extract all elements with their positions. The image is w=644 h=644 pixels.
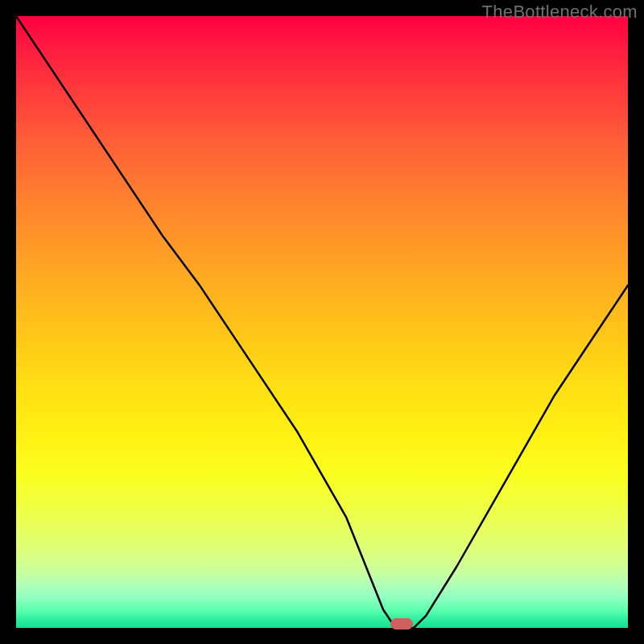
bottleneck-curve	[16, 16, 628, 628]
chart-container: TheBottleneck.com	[0, 0, 644, 644]
watermark-text: TheBottleneck.com	[482, 2, 638, 23]
optimal-point-marker	[390, 618, 413, 630]
